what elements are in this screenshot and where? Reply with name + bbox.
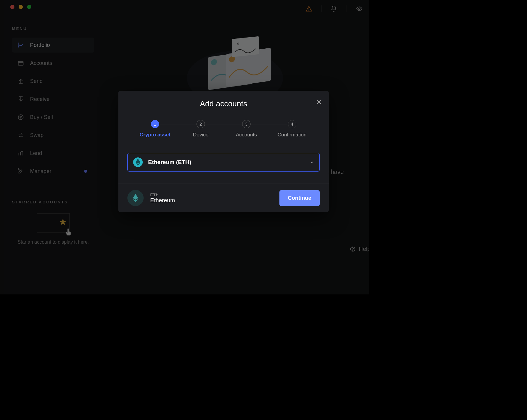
- sidebar: MENU Portfolio Accounts Send Receive: [4, 0, 100, 294]
- app-window: MENU Portfolio Accounts Send Receive: [4, 0, 369, 294]
- topbar-separator: [346, 5, 346, 12]
- window-close-button[interactable]: [10, 5, 14, 9]
- sidebar-item-buy-sell[interactable]: Buy / Sell: [12, 110, 94, 125]
- step-number: 4: [288, 120, 296, 128]
- help-link[interactable]: Help: [350, 246, 369, 252]
- modal-title: Add accounts: [124, 99, 323, 108]
- crypto-asset-select[interactable]: Ethereum (ETH): [127, 153, 320, 172]
- topbar: [306, 5, 363, 12]
- selected-asset-label: Ethereum (ETH): [148, 159, 304, 166]
- help-icon: [350, 246, 356, 252]
- starred-empty-illustration: ★ Star an account to display it here.: [12, 213, 94, 246]
- arrow-down-icon: [17, 96, 24, 102]
- sidebar-item-accounts[interactable]: Accounts: [12, 56, 94, 71]
- step-label: Device: [193, 132, 209, 138]
- chevron-down-icon: [310, 160, 314, 164]
- starred-empty-text: Star an account to display it here.: [17, 239, 89, 246]
- sidebar-item-send[interactable]: Send: [12, 74, 94, 89]
- asset-name: Ethereum: [150, 197, 175, 204]
- svg-rect-0: [18, 62, 23, 65]
- step-crypto-asset: 1 Crypto asset: [132, 120, 178, 138]
- sidebar-item-receive[interactable]: Receive: [12, 92, 94, 107]
- star-icon: ★: [59, 217, 67, 227]
- window-maximize-button[interactable]: [27, 5, 31, 9]
- sidebar-item-label: Portfolio: [30, 42, 50, 48]
- sidebar-item-label: Lend: [30, 150, 42, 157]
- topbar-separator: [321, 5, 321, 12]
- dollar-icon: [17, 114, 24, 120]
- window-traffic-lights: [10, 5, 31, 9]
- step-accounts: 3 Accounts: [224, 120, 269, 138]
- sidebar-item-label: Manager: [30, 168, 51, 175]
- step-number: 1: [151, 120, 159, 128]
- ethereum-icon: [127, 190, 144, 206]
- svg-point-4: [358, 8, 360, 10]
- pointer-hand-icon: [64, 227, 73, 236]
- sidebar-item-label: Send: [30, 78, 43, 84]
- svg-rect-10: [232, 36, 259, 57]
- modal-footer: ETH Ethereum Continue: [118, 184, 329, 212]
- sidebar-item-lend[interactable]: Lend: [12, 146, 94, 161]
- wallet-icon: [17, 60, 24, 66]
- step-label: Crypto asset: [140, 132, 171, 138]
- asset-ticker: ETH: [150, 193, 175, 197]
- update-dot-icon: [84, 170, 87, 173]
- svg-point-3: [309, 10, 309, 11]
- menu-heading: MENU: [12, 26, 94, 31]
- step-label: Confirmation: [278, 132, 306, 138]
- window-minimize-button[interactable]: [19, 5, 23, 9]
- sidebar-item-swap[interactable]: Swap: [12, 128, 94, 143]
- starred-heading: STARRED ACCOUNTS: [12, 200, 94, 204]
- sidebar-item-portfolio[interactable]: Portfolio: [12, 38, 94, 53]
- sidebar-item-label: Buy / Sell: [30, 114, 53, 120]
- ethereum-icon: [133, 157, 143, 167]
- bars-icon: [17, 150, 24, 157]
- svg-text:✕: ✕: [236, 41, 240, 46]
- stepper: 1 Crypto asset 2 Device 3 Accounts 4 Con…: [118, 111, 329, 141]
- warning-icon[interactable]: [306, 5, 312, 12]
- partial-left-strip: [0, 0, 4, 294]
- svg-point-13: [353, 250, 353, 251]
- swap-icon: [17, 132, 24, 138]
- tools-icon: [17, 168, 24, 175]
- help-label: Help: [359, 246, 369, 252]
- chart-line-icon: [17, 42, 24, 48]
- sidebar-item-manager[interactable]: Manager: [12, 164, 94, 179]
- continue-button[interactable]: Continue: [279, 190, 320, 206]
- step-number: 3: [242, 120, 251, 128]
- sidebar-item-label: Swap: [30, 132, 44, 138]
- step-number: 2: [196, 120, 205, 128]
- arrow-up-icon: [17, 78, 24, 84]
- sidebar-item-label: Accounts: [30, 60, 52, 66]
- eye-icon[interactable]: [355, 5, 363, 12]
- svg-point-2: [18, 169, 19, 170]
- step-confirmation: 4 Confirmation: [269, 120, 315, 138]
- portfolio-illustration: ✕: [172, 36, 298, 96]
- close-icon[interactable]: [316, 99, 322, 105]
- add-accounts-modal: Add accounts 1 Crypto asset 2 Device 3 A…: [118, 91, 329, 212]
- step-device: 2 Device: [178, 120, 224, 138]
- sidebar-item-label: Receive: [30, 96, 50, 102]
- step-label: Accounts: [236, 132, 257, 138]
- bell-icon[interactable]: [331, 5, 337, 12]
